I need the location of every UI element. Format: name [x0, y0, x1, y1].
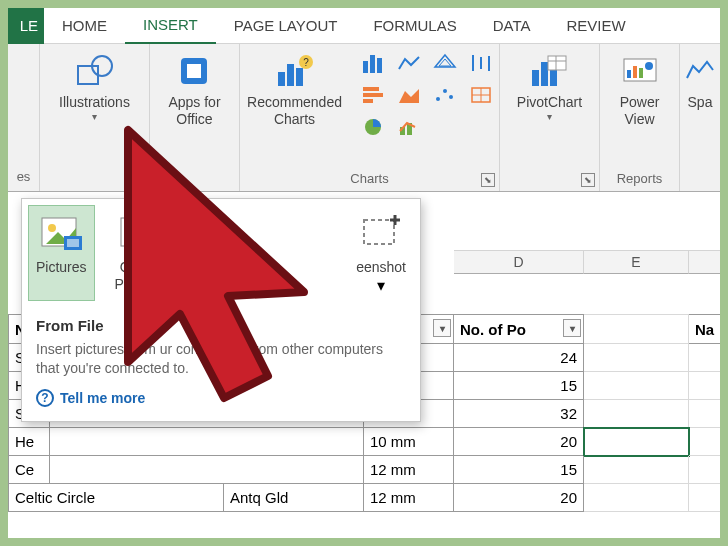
- cell-size[interactable]: 12 mm: [364, 484, 454, 512]
- sparkline-button[interactable]: Spa: [670, 48, 720, 115]
- cell-b[interactable]: Antq Gld: [224, 484, 364, 512]
- insert-tab[interactable]: INSERT: [125, 8, 216, 44]
- cell-po[interactable]: 24: [454, 344, 584, 372]
- name2-header-text: Na: [695, 321, 714, 338]
- filter-dropdown-icon[interactable]: ▾: [433, 319, 451, 337]
- screenshot-button[interactable]: eenshot ▾: [348, 205, 414, 301]
- pivotchart-group: PivotChart ▾ ⬊: [500, 44, 600, 191]
- online-pictures-icon: [118, 211, 162, 255]
- empty-cell[interactable]: [689, 456, 720, 484]
- svg-rect-37: [627, 70, 631, 78]
- tell-me-more-link[interactable]: ? Tell me more: [36, 389, 406, 407]
- nopo-header[interactable]: No. of Po ▾: [454, 314, 584, 344]
- name2-header[interactable]: Na: [689, 314, 720, 344]
- pivotchart-button[interactable]: PivotChart ▾: [511, 48, 588, 126]
- illustrations-dropdown: Pictures Online Pictures eenshot ▾ From …: [21, 198, 421, 422]
- formulas-tab[interactable]: FORMULAS: [355, 8, 474, 44]
- col-d-header[interactable]: D: [454, 250, 584, 274]
- apps-for-office-button[interactable]: Apps for Office: [162, 48, 226, 132]
- illustrations-button[interactable]: Illustrations ▾: [53, 48, 136, 126]
- pictures-button[interactable]: Pictures: [28, 205, 95, 301]
- recommended-charts-button[interactable]: ? Recommended Charts: [241, 48, 348, 132]
- cell-size[interactable]: 12 mm: [364, 456, 454, 484]
- online-pictures-button[interactable]: Online Pictures: [107, 205, 174, 301]
- cell-po[interactable]: 20: [454, 428, 584, 456]
- empty-cell[interactable]: [584, 484, 689, 512]
- page-layout-tab[interactable]: PAGE LAYOUT: [216, 8, 356, 44]
- empty-cell[interactable]: [689, 400, 720, 428]
- surface-chart-icon[interactable]: [464, 80, 498, 110]
- illustrations-label: Illustrations: [59, 94, 130, 111]
- cell-po[interactable]: 15: [454, 456, 584, 484]
- svg-rect-17: [363, 87, 379, 91]
- power-view-icon: [621, 52, 659, 90]
- home-tab[interactable]: HOME: [44, 8, 125, 44]
- cell-a[interactable]: He: [8, 428, 50, 456]
- charts-group: ? Recommended Charts Charts: [240, 44, 500, 191]
- empty-cell[interactable]: [584, 400, 689, 428]
- svg-marker-20: [399, 89, 419, 103]
- svg-rect-3: [187, 64, 201, 78]
- pivotchart-dialog-launcher[interactable]: ⬊: [581, 173, 595, 187]
- covered-cell: [50, 428, 364, 456]
- empty-cell[interactable]: [689, 344, 720, 372]
- svg-rect-0: [78, 66, 98, 84]
- tooltip-description: Insert pictures from ur compute or from …: [36, 340, 406, 379]
- review-tab[interactable]: REVIEW: [549, 8, 644, 44]
- tables-group-partial: es: [8, 44, 40, 191]
- bar-chart-icon[interactable]: [356, 80, 390, 110]
- cell-a[interactable]: Celtic Circle: [8, 484, 224, 512]
- svg-rect-39: [639, 68, 643, 78]
- pivotchart-icon: [530, 52, 568, 90]
- radar-chart-icon[interactable]: [428, 48, 462, 78]
- pictures-label: Pictures: [36, 259, 87, 276]
- apps-group: Apps for Office: [150, 44, 240, 191]
- help-icon: ?: [36, 389, 54, 407]
- charts-dialog-launcher[interactable]: ⬊: [481, 173, 495, 187]
- illustrations-group: Illustrations ▾: [40, 44, 150, 191]
- recommended-charts-icon: ?: [276, 52, 314, 90]
- cell-size[interactable]: 10 mm: [364, 428, 454, 456]
- column-chart-icon[interactable]: [356, 48, 390, 78]
- apps-icon: [175, 52, 213, 90]
- filter-dropdown-icon[interactable]: ▾: [563, 319, 581, 337]
- line-chart-icon[interactable]: [392, 48, 426, 78]
- pie-chart-icon[interactable]: [356, 112, 390, 142]
- cell-po[interactable]: 32: [454, 400, 584, 428]
- svg-rect-11: [377, 58, 382, 73]
- power-view-button[interactable]: Power View: [610, 48, 670, 132]
- empty-cell[interactable]: [689, 428, 720, 456]
- scatter-chart-icon[interactable]: [428, 80, 462, 110]
- reports-group-label: Reports: [617, 171, 663, 189]
- chevron-down-icon: ▾: [92, 111, 97, 122]
- apps-label: Apps for Office: [168, 94, 220, 128]
- svg-rect-18: [363, 93, 383, 97]
- ribbon: es Illustrations ▾ Apps for Office: [8, 44, 720, 192]
- online-pictures-label: Online Pictures: [115, 259, 166, 293]
- empty-cell[interactable]: [689, 484, 720, 512]
- svg-rect-10: [370, 55, 375, 73]
- svg-rect-45: [67, 239, 79, 247]
- empty-cell[interactable]: [584, 314, 689, 344]
- svg-point-42: [48, 224, 56, 232]
- nopo-header-text: No. of Po: [460, 321, 526, 338]
- area-chart-icon[interactable]: [392, 80, 426, 110]
- cell-po[interactable]: 15: [454, 372, 584, 400]
- covered-cell: [50, 456, 364, 484]
- empty-cell[interactable]: [584, 456, 689, 484]
- selected-cell[interactable]: [584, 428, 689, 456]
- empty-cell[interactable]: [689, 372, 720, 400]
- empty-cell[interactable]: [584, 344, 689, 372]
- combo-chart-icon[interactable]: [392, 112, 426, 142]
- col-e-header[interactable]: E: [584, 250, 689, 274]
- sparkline-label: Spa: [688, 94, 713, 111]
- empty-cell[interactable]: [584, 372, 689, 400]
- data-tab[interactable]: DATA: [475, 8, 549, 44]
- file-tab[interactable]: LE: [8, 8, 44, 44]
- cell-a[interactable]: Ce: [8, 456, 50, 484]
- stock-chart-icon[interactable]: [464, 48, 498, 78]
- screenshot-icon: [359, 211, 403, 255]
- svg-point-22: [443, 89, 447, 93]
- svg-rect-38: [633, 66, 637, 78]
- cell-po[interactable]: 20: [454, 484, 584, 512]
